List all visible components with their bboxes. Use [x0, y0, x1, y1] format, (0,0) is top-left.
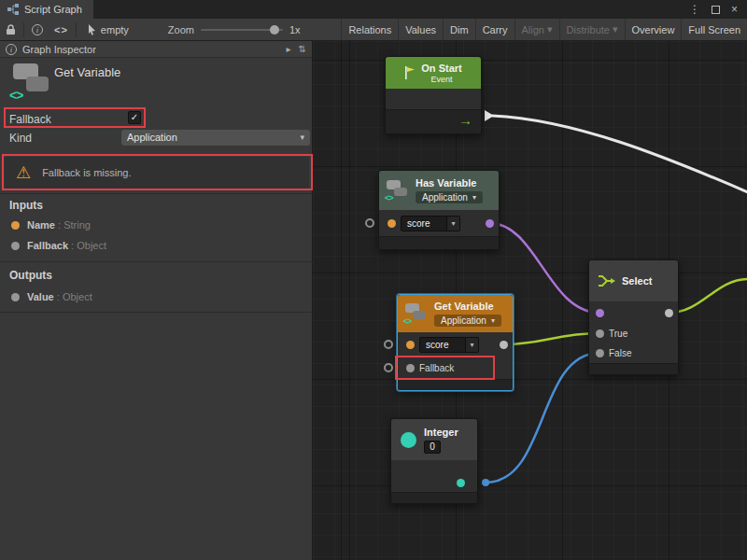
divider [0, 261, 313, 262]
port-row: True [589, 324, 678, 343]
node-body [386, 89, 481, 109]
lock-icon[interactable] [0, 24, 21, 35]
tab-title: Script Graph [24, 4, 82, 15]
variable-name-field[interactable]: score ▾ [401, 216, 460, 231]
node-select[interactable]: Select True False [588, 259, 679, 375]
bool-output-port[interactable] [486, 219, 494, 228]
chevron-down-icon: ▾ [547, 23, 553, 35]
node-title: On Start [421, 63, 461, 74]
node-footer: → [386, 109, 481, 133]
script-graph-icon [7, 4, 19, 15]
unconnected-port-ring[interactable] [365, 218, 374, 228]
chevron-down-icon[interactable]: ▾ [466, 337, 479, 353]
node-footer [398, 379, 513, 390]
zoom-slider[interactable] [201, 23, 283, 36]
node-subtitle: Event [421, 75, 461, 84]
selection-indicator: empty [88, 24, 129, 35]
code-badge-icon: <> [9, 88, 22, 103]
true-input-port[interactable] [596, 329, 604, 338]
node-has-variable[interactable]: <> Has Variable Application ▾ score ▾ [378, 170, 500, 250]
close-icon[interactable]: × [731, 3, 738, 16]
zoom-label: Zoom [168, 24, 194, 35]
inspector-unit-title: Get Variable [54, 65, 120, 79]
node-title: Has Variable [416, 177, 483, 189]
graph-inspector-panel: i Graph Inspector ▸ ⇅ <> Get Variable Fa… [0, 41, 313, 560]
distribute-button: Distribute ▾ [559, 19, 625, 40]
node-integer[interactable]: Integer 0 [390, 418, 478, 504]
wire-onstart-flow[interactable] [492, 116, 747, 192]
integer-value-field[interactable]: 0 [424, 441, 441, 454]
overview-button[interactable]: Overview [625, 19, 682, 40]
toolbar-separator [76, 22, 77, 37]
relations-button[interactable]: Relations [341, 19, 398, 40]
inputs-heading: Inputs [9, 199, 43, 212]
graph-toolbar: i <> empty Zoom 1x Relations Values Dim … [0, 19, 747, 41]
unconnected-port-ring[interactable] [384, 363, 393, 372]
warning-box: ⚠ Fallback is missing. [5, 157, 309, 189]
string-port-dot [11, 221, 20, 230]
inspector-input-row: Name : String [0, 216, 313, 234]
outputs-heading: Outputs [9, 269, 52, 282]
fallback-label: Fallback [9, 113, 51, 126]
node-footer [379, 236, 499, 249]
scroll-icon[interactable]: ⇅ [299, 44, 306, 54]
inspector-header: i Graph Inspector ▸ ⇅ [0, 41, 312, 58]
zoom-value: 1x [289, 24, 301, 35]
info-icon[interactable]: i [26, 24, 49, 35]
kind-dropdown[interactable]: Application ▾ [416, 191, 483, 203]
kind-label: Kind [9, 132, 32, 145]
code-view-icon[interactable]: <> [49, 24, 74, 35]
false-input-port[interactable] [596, 349, 604, 357]
node-header: <> Get Variable Application ▾ [398, 295, 513, 332]
value-output-port[interactable] [500, 341, 508, 349]
integer-output-port[interactable] [457, 479, 465, 487]
fullscreen-button[interactable]: Full Screen [681, 19, 747, 40]
warning-text: Fallback is missing. [42, 167, 131, 178]
node-get-variable[interactable]: <> Get Variable Application ▾ score ▾ [397, 294, 514, 391]
values-button[interactable]: Values [398, 19, 443, 40]
carry-button[interactable]: Carry [475, 19, 514, 40]
kind-dropdown[interactable]: Application ▾ [121, 130, 310, 146]
unconnected-port-ring[interactable] [384, 340, 393, 349]
integer-icon [401, 432, 416, 448]
variable-name-field[interactable]: score ▾ [419, 337, 479, 353]
zoom-slider-handle[interactable] [270, 25, 279, 35]
name-input-port[interactable] [406, 341, 415, 349]
condition-input-port[interactable] [596, 309, 604, 317]
unity-script-graph-window: Script Graph ⋮ × i <> empty Zoom [0, 0, 747, 560]
node-on-start[interactable]: On Start Event → [385, 56, 482, 134]
wire-select-output[interactable] [669, 279, 747, 313]
tab-script-graph[interactable]: Script Graph [0, 0, 93, 19]
variable-unit-icon: <> [404, 303, 428, 325]
fallback-checkbox[interactable]: ✓ [128, 111, 141, 124]
fallback-input-port[interactable] [406, 364, 415, 372]
chevron-down-icon[interactable]: ▾ [447, 216, 460, 231]
maximize-icon[interactable] [712, 6, 720, 14]
toolbar-button-group: Relations Values Dim Carry Align ▾ Distr… [341, 19, 747, 40]
flow-port-triangle[interactable] [485, 110, 494, 121]
inspector-title: Graph Inspector [22, 44, 96, 55]
selection-label: empty [101, 24, 129, 35]
selection-output-port[interactable] [665, 309, 673, 317]
fallback-port-label: Fallback [419, 363, 454, 373]
port-row: False [589, 343, 678, 363]
variable-unit-icon: <> [386, 180, 409, 202]
wire-getvariable-to-select-true[interactable] [504, 333, 599, 344]
chevron-down-icon: ▾ [472, 193, 476, 202]
chevron-down-icon: ▾ [613, 23, 618, 35]
object-port-dot [11, 293, 20, 301]
name-input-port[interactable] [388, 219, 396, 228]
flow-arrow-icon[interactable]: → [458, 112, 472, 128]
node-title: Integer [424, 427, 458, 438]
graph-canvas[interactable]: On Start Event → <> Has Variable Applica… [313, 41, 747, 560]
node-header: Integer 0 [391, 419, 477, 460]
dim-button[interactable]: Dim [443, 19, 475, 40]
window-controls: ⋮ × [689, 0, 747, 19]
menu-icon[interactable]: ⋮ [689, 3, 700, 16]
window-titlebar: Script Graph ⋮ × [0, 0, 747, 19]
align-button: Align ▾ [514, 19, 559, 40]
port-row: score ▾ [398, 332, 513, 357]
port-row: score ▾ [379, 210, 499, 236]
kind-dropdown[interactable]: Application ▾ [434, 315, 501, 327]
dock-icon[interactable]: ▸ [287, 44, 291, 54]
